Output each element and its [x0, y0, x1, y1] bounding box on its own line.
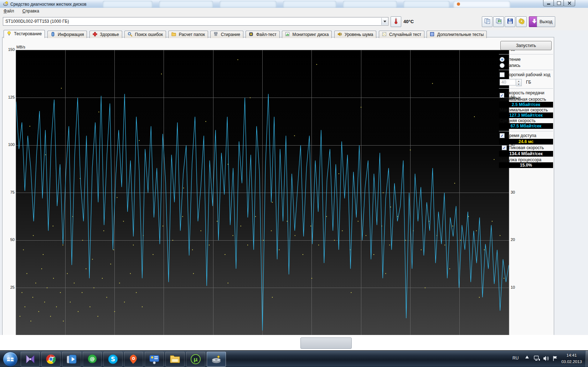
menu-file[interactable]: Файл — [0, 8, 18, 14]
download-arrow-icon — [532, 19, 537, 25]
short-stroke-size-input[interactable]: 40 — [500, 79, 516, 85]
tab-noise-level[interactable]: Уровень шума — [334, 31, 376, 38]
left-axis-unit: MB/s — [16, 45, 25, 49]
exit-button[interactable]: Выход — [537, 16, 555, 27]
potplayer-icon — [66, 354, 77, 365]
min-speed-label: Минимальная скорость — [500, 97, 546, 102]
window-title: Средство диагностики жестких дисков — [10, 2, 87, 7]
folder-icon — [171, 32, 176, 37]
cpu-usage-label: Загрузка процессора — [500, 157, 541, 162]
short-stroke-unit: ГБ — [526, 80, 531, 85]
tab-strip: Тестирование Информация Здоровье Поиск о… — [4, 30, 488, 37]
tab-file-benchmark[interactable]: Файл-тест — [246, 31, 279, 38]
tab-random-test[interactable]: Случайный тест — [379, 31, 424, 38]
access-time-checkbox[interactable]: ✓ Время доступа — [500, 133, 536, 138]
speed-and-access-chart — [16, 50, 509, 335]
tab-folder-usage[interactable]: Расчет папок — [168, 31, 208, 38]
start-test-button[interactable]: Запустить — [500, 41, 552, 50]
chrome-icon — [46, 354, 56, 365]
origin-icon — [128, 354, 139, 365]
screen: { "window": { "title": "Средство диагнос… — [0, 0, 588, 367]
background-window-fragment — [300, 337, 352, 349]
temperature-button[interactable] — [391, 16, 401, 27]
svg-text:@: @ — [90, 356, 95, 362]
chevron-down-icon[interactable] — [381, 18, 388, 25]
taskbar-app-kmplayer[interactable] — [21, 352, 40, 367]
radio-icon — [500, 63, 505, 68]
background-browser-tab — [283, 1, 336, 8]
menu-help[interactable]: Справка — [19, 8, 43, 14]
toolbar: ST1000DL002-9TT153 (1000 ГБ) 40°C Выход — [0, 15, 588, 30]
tab-testing[interactable]: Тестирование — [4, 30, 45, 38]
random-dots-icon — [382, 32, 387, 37]
save-icon — [507, 18, 513, 26]
background-browser-tab — [159, 1, 213, 8]
short-stroke-spinner[interactable]: ▲▼ — [516, 79, 522, 86]
taskbar-app-chrome[interactable] — [41, 352, 61, 367]
taskbar-app-skype[interactable]: S — [103, 352, 123, 367]
mailru-agent-icon: @ — [87, 354, 98, 365]
taskbar: @ S µ RU 14:41 03.02.2013 — [0, 350, 588, 367]
menu-bar: Файл Справка — [0, 8, 588, 15]
display-settings-icon — [149, 354, 160, 365]
windows-flag-icon — [7, 356, 14, 362]
tray-volume-icon[interactable] — [543, 356, 550, 361]
thermometer-icon — [393, 18, 399, 26]
burst-rate-value: 134.4 Мбайт/сек — [499, 151, 553, 157]
background-browser-tab — [343, 1, 397, 8]
tray-language[interactable]: RU — [512, 356, 519, 361]
tray-action-center-flag-icon[interactable] — [552, 356, 558, 361]
window-bottom-area — [0, 335, 588, 350]
tab-disk-monitor[interactable]: Мониторинг диска — [282, 31, 332, 38]
health-cross-icon — [93, 32, 97, 37]
save-button[interactable] — [505, 16, 515, 27]
background-browser-tab — [453, 1, 510, 8]
checkbox-checked-icon: ✓ — [500, 133, 505, 138]
access-time-value: 24.6 мс — [499, 139, 553, 145]
taskbar-app-utorrent[interactable]: µ — [186, 352, 205, 367]
hdd-diagnostics-icon — [211, 354, 222, 365]
checkbox-checked-icon: ✓ — [502, 145, 507, 150]
tray-network-icon[interactable] — [534, 356, 540, 361]
tab-error-scan[interactable]: Поиск ошибок — [124, 31, 166, 38]
options-button[interactable] — [516, 16, 527, 27]
svg-text:S: S — [111, 356, 115, 363]
show-desktop-button[interactable] — [586, 351, 588, 367]
tray-show-hidden-icons[interactable] — [525, 356, 529, 358]
benchmark-plot — [16, 50, 509, 336]
min-speed-value: 2.5 Мбайт/сек — [499, 102, 553, 108]
temperature-value: 40°C — [403, 19, 414, 24]
kmplayer-icon — [25, 354, 36, 365]
close-button[interactable] — [563, 0, 575, 6]
minimize-button[interactable] — [543, 0, 554, 6]
background-browser-tab — [220, 1, 277, 8]
copy-image-button[interactable] — [493, 16, 504, 27]
short-stroke-checkbox[interactable]: Короткий рабочий ход — [500, 72, 550, 77]
test-control-panel: Запустить Чтение Запись Короткий рабочий… — [498, 39, 555, 162]
taskbar-app-origin[interactable] — [124, 352, 143, 367]
tray-clock[interactable]: 14:41 03.02.2013 — [559, 352, 584, 365]
taskbar-app-hdd-diagnostics[interactable] — [207, 352, 226, 367]
drive-select[interactable]: ST1000DL002-9TT153 (1000 ГБ) — [3, 17, 388, 26]
taskbar-app-explorer[interactable] — [165, 352, 185, 367]
restore-button[interactable] — [553, 0, 564, 6]
burst-rate-checkbox[interactable]: ✓ Пиковая скорость — [502, 145, 544, 150]
info-icon — [51, 32, 55, 37]
read-radio[interactable]: Чтение — [500, 57, 521, 62]
copy-text-button[interactable] — [482, 16, 492, 27]
write-radio[interactable]: Запись — [500, 63, 520, 68]
start-button[interactable] — [3, 352, 18, 367]
skype-icon: S — [108, 354, 118, 365]
tab-erase[interactable]: Стирание — [210, 31, 243, 38]
file-test-icon — [249, 32, 253, 37]
taskbar-app-mailru-agent[interactable]: @ — [83, 352, 102, 367]
taskbar-app-display-settings[interactable] — [145, 352, 164, 367]
tab-information[interactable]: Информация — [47, 31, 87, 38]
max-speed-label: Максимальная скорость — [500, 108, 548, 112]
extra-tests-icon — [430, 32, 434, 37]
taskbar-app-potplayer[interactable] — [62, 352, 81, 367]
title-bar: Средство диагностики жестких дисков — [0, 0, 588, 8]
tab-health[interactable]: Здоровье — [89, 31, 122, 38]
background-browser-tab — [403, 1, 450, 8]
tab-extra-tests[interactable]: Дополнительные тесты — [427, 31, 487, 38]
